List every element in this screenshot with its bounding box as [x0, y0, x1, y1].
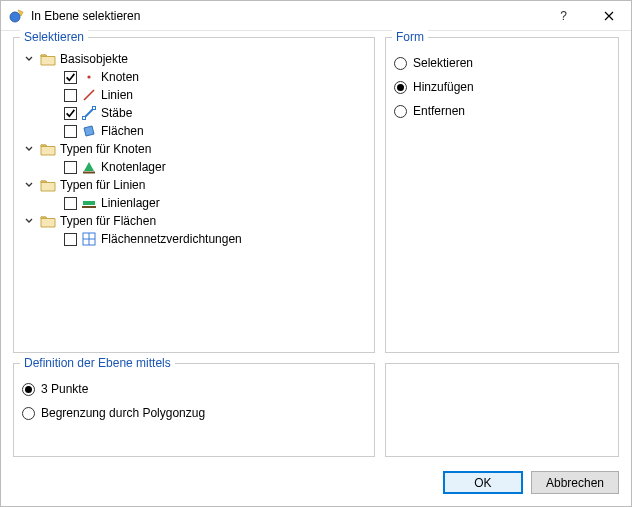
select-group: Selektieren BasisobjekteKnotenLinienStäb… [13, 37, 375, 353]
select-tree: BasisobjekteKnotenLinienStäbeFlächenType… [22, 50, 366, 248]
folder-icon [40, 142, 56, 156]
svg-marker-7 [84, 162, 94, 171]
folder-icon [40, 178, 56, 192]
radio-label: Hinzufügen [413, 80, 474, 94]
form-legend: Form [392, 30, 428, 44]
tree-item-label: Knoten [101, 70, 139, 84]
radio[interactable] [394, 81, 407, 94]
tree-item-label: Stäbe [101, 106, 132, 120]
linesupport-icon [81, 196, 97, 210]
checkbox[interactable] [64, 107, 77, 120]
svg-rect-9 [83, 201, 95, 205]
svg-rect-5 [83, 117, 86, 120]
checkbox[interactable] [64, 125, 77, 138]
definition-option[interactable]: Begrenzung durch Polygonzug [22, 404, 366, 422]
definition-legend: Definition der Ebene mittels [20, 356, 175, 370]
surface-icon [81, 124, 97, 138]
tree-item-label: Linienlager [101, 196, 160, 210]
svg-line-3 [84, 90, 94, 100]
empty-group [385, 363, 619, 457]
help-button[interactable]: ? [541, 1, 586, 31]
radio-label: Selektieren [413, 56, 473, 70]
chevron-down-icon[interactable] [22, 178, 36, 192]
tree-item[interactable]: Flächennetzverdichtungen [22, 230, 366, 248]
checkbox[interactable] [64, 233, 77, 246]
tree-item[interactable]: Knotenlager [22, 158, 366, 176]
radio[interactable] [394, 57, 407, 70]
chevron-down-icon[interactable] [22, 142, 36, 156]
member-icon [81, 106, 97, 120]
radio-label: 3 Punkte [41, 382, 88, 396]
tree-item-label: Flächen [101, 124, 144, 138]
window-title: In Ebene selektieren [31, 9, 541, 23]
tree-item-label: Linien [101, 88, 133, 102]
radio-label: Entfernen [413, 104, 465, 118]
ok-button[interactable]: OK [443, 471, 523, 494]
support-icon [81, 160, 97, 174]
tree-group[interactable]: Typen für Linien [22, 176, 366, 194]
radio[interactable] [394, 105, 407, 118]
app-icon [9, 8, 25, 24]
tree-group-label: Typen für Flächen [60, 214, 156, 228]
select-legend: Selektieren [20, 30, 88, 44]
tree-item[interactable]: Flächen [22, 122, 366, 140]
cancel-button[interactable]: Abbrechen [531, 471, 619, 494]
radio[interactable] [22, 407, 35, 420]
form-option[interactable]: Hinzufügen [394, 78, 610, 96]
tree-group[interactable]: Typen für Knoten [22, 140, 366, 158]
tree-item-label: Knotenlager [101, 160, 166, 174]
radio-label: Begrenzung durch Polygonzug [41, 406, 205, 420]
tree-item-label: Flächennetzverdichtungen [101, 232, 242, 246]
folder-icon [40, 214, 56, 228]
definition-group: Definition der Ebene mittels 3 PunkteBeg… [13, 363, 375, 457]
checkbox[interactable] [64, 71, 77, 84]
svg-rect-6 [93, 107, 96, 110]
tree-group[interactable]: Typen für Flächen [22, 212, 366, 230]
title-bar: In Ebene selektieren ? [1, 1, 631, 31]
form-option[interactable]: Selektieren [394, 54, 610, 72]
checkbox[interactable] [64, 197, 77, 210]
definition-option[interactable]: 3 Punkte [22, 380, 366, 398]
tree-group-label: Typen für Linien [60, 178, 145, 192]
tree-item[interactable]: Linienlager [22, 194, 366, 212]
tree-item[interactable]: Linien [22, 86, 366, 104]
svg-point-2 [87, 75, 90, 78]
radio[interactable] [22, 383, 35, 396]
close-button[interactable] [586, 1, 631, 31]
checkbox[interactable] [64, 89, 77, 102]
line-icon [81, 88, 97, 102]
chevron-down-icon[interactable] [22, 52, 36, 66]
chevron-down-icon[interactable] [22, 214, 36, 228]
tree-group-label: Typen für Knoten [60, 142, 151, 156]
tree-item[interactable]: Stäbe [22, 104, 366, 122]
form-option[interactable]: Entfernen [394, 102, 610, 120]
folder-icon [40, 52, 56, 66]
tree-item[interactable]: Knoten [22, 68, 366, 86]
tree-group-label: Basisobjekte [60, 52, 128, 66]
form-group: Form SelektierenHinzufügenEntfernen [385, 37, 619, 353]
checkbox[interactable] [64, 161, 77, 174]
node-icon [81, 70, 97, 84]
tree-group[interactable]: Basisobjekte [22, 50, 366, 68]
meshref-icon [81, 232, 97, 246]
